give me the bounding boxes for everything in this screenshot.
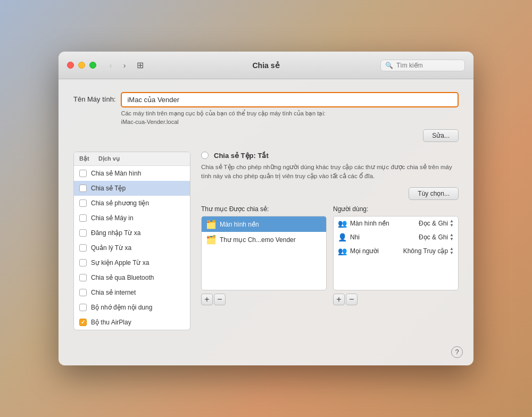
- checkbox-man-hinh[interactable]: [79, 170, 87, 177]
- maximize-button[interactable]: [89, 62, 96, 69]
- content-area: Tên Máy tính: Các máy tính trên mạng cục…: [59, 79, 473, 341]
- service-internet[interactable]: Chia sẻ internet: [74, 285, 190, 300]
- service-title: Chia sẻ Tệp: Tắt: [214, 152, 269, 160]
- checkbox-internet[interactable]: [79, 289, 87, 296]
- folders-list: 🗂️ Màn hình nền 🗂️ Thư mục Ch...emo Vend…: [201, 216, 327, 290]
- computer-name-label: Tên Máy tính:: [73, 95, 115, 103]
- service-description: Chia sẻ Tệp cho phép những người dùng kh…: [201, 163, 459, 181]
- user-add-button[interactable]: +: [333, 294, 345, 305]
- perm-stepper-1[interactable]: ▲▼: [450, 233, 454, 241]
- service-label-quan-ly: Quản lý Từ xa: [91, 244, 131, 252]
- service-dang-nhap[interactable]: Đăng nhập Từ xa: [74, 226, 190, 240]
- user-row-2[interactable]: 👥 Mọi người Không Truy cập ▲▼: [334, 244, 458, 258]
- user-perm-text-2: Không Truy cập: [403, 247, 448, 255]
- col-bat-header: Bật: [79, 155, 98, 162]
- service-quan-ly[interactable]: Quản lý Từ xa: [74, 240, 190, 255]
- checkbox-dang-nhap[interactable]: [79, 229, 87, 237]
- user-left-1: 👤 Nhi: [338, 233, 360, 241]
- service-label-bluetooth: Chia sẻ qua Bluetooth: [91, 274, 154, 281]
- folder-column: Thư mục Được chia sẻ: 🗂️ Màn hình nền 🗂️…: [201, 205, 327, 305]
- folder-icon-1: 🗂️: [206, 235, 217, 245]
- service-label-airplay: Bộ thu AirPlay: [91, 319, 131, 326]
- user-name-2: Mọi người: [350, 247, 379, 255]
- checkbox-airplay[interactable]: ✓: [79, 319, 87, 326]
- custom-button[interactable]: Tùy chọn...: [409, 187, 459, 200]
- main-section: Bật Dịch vụ Chia sẻ Màn hình Chia sẻ Tệp…: [73, 152, 459, 330]
- folder-item-0[interactable]: 🗂️ Màn hình nền: [202, 216, 326, 232]
- traffic-lights: [67, 62, 96, 69]
- checkbox-may-in[interactable]: [79, 214, 87, 222]
- user-row-0[interactable]: 👥 Màn hình nền Đọc & Ghi ▲▼: [334, 216, 458, 230]
- user-left-2: 👥 Mọi người: [338, 247, 379, 255]
- user-left-0: 👥 Màn hình nền: [338, 219, 389, 228]
- user-perm-text-1: Đọc & Ghi: [419, 233, 448, 241]
- checkmark-airplay: ✓: [81, 319, 85, 325]
- search-icon: 🔍: [385, 62, 393, 69]
- checkbox-tep[interactable]: [79, 185, 87, 192]
- checkbox-su-kien[interactable]: [79, 259, 87, 266]
- service-airplay[interactable]: ✓ Bộ thu AirPlay: [74, 315, 190, 330]
- computer-name-hint: Các máy tính trên mạng cục bộ của bạn có…: [121, 110, 459, 126]
- folders-users-section: Thư mục Được chia sẻ: 🗂️ Màn hình nền 🗂️…: [201, 205, 459, 305]
- service-su-kien[interactable]: Sự kiện Apple Từ xa: [74, 255, 190, 270]
- user-remove-button[interactable]: −: [346, 294, 358, 305]
- back-arrow[interactable]: ‹: [105, 60, 117, 71]
- user-perm-1: Đọc & Ghi ▲▼: [419, 233, 454, 241]
- grid-icon[interactable]: ⊞: [137, 60, 144, 70]
- perm-stepper-2[interactable]: ▲▼: [450, 247, 454, 255]
- bottom-bar: ?: [59, 341, 473, 365]
- search-input[interactable]: [396, 62, 460, 69]
- service-man-hinh[interactable]: Chia sẻ Màn hình: [74, 166, 190, 181]
- folder-item-1[interactable]: 🗂️ Thư mục Ch...emo Vender: [202, 232, 326, 247]
- folder-add-remove: + −: [201, 294, 327, 305]
- services-panel: Bật Dịch vụ Chia sẻ Màn hình Chia sẻ Tệp…: [73, 152, 190, 330]
- folder-icon-0: 🗂️: [206, 219, 217, 229]
- service-label-bo-nho: Bộ nhớ đệm nội dung: [91, 304, 152, 311]
- help-button[interactable]: ?: [451, 346, 463, 358]
- service-bo-nho[interactable]: Bộ nhớ đệm nội dung: [74, 300, 190, 315]
- computer-name-input[interactable]: [121, 92, 459, 107]
- service-label-man-hinh: Chia sẻ Màn hình: [91, 170, 141, 177]
- users-list: 👥 Màn hình nền Đọc & Ghi ▲▼ �: [333, 216, 459, 290]
- user-row-1[interactable]: 👤 Nhi Đọc & Ghi ▲▼: [334, 230, 458, 244]
- computer-name-section: Tên Máy tính: Các máy tính trên mạng cục…: [73, 92, 459, 142]
- search-box: 🔍: [380, 60, 465, 71]
- checkbox-bluetooth[interactable]: [79, 274, 87, 281]
- service-label-dang-nhap: Đăng nhập Từ xa: [91, 229, 141, 237]
- col-dichvu-header: Dịch vụ: [98, 155, 185, 162]
- checkbox-quan-ly[interactable]: [79, 244, 87, 252]
- user-icon-2: 👥: [338, 247, 347, 255]
- folder-name-0: Màn hình nền: [220, 221, 259, 228]
- perm-stepper-0[interactable]: ▲▼: [450, 219, 454, 228]
- window-title: Chia sẻ: [252, 61, 279, 70]
- users-column: Người dùng: 👥 Màn hình nền Đọc & Ghi ▲▼: [333, 205, 459, 305]
- folder-name-1: Thư mục Ch...emo Vender: [220, 236, 296, 244]
- user-perm-0: Đọc & Ghi ▲▼: [419, 219, 454, 228]
- service-label-phuong-tien: Chia sẻ phương tiện: [91, 199, 149, 207]
- minimize-button[interactable]: [78, 62, 85, 69]
- folder-remove-button[interactable]: −: [214, 294, 226, 305]
- right-panel: Chia sẻ Tệp: Tắt Chia sẻ Tệp cho phép nh…: [201, 152, 459, 330]
- user-icon-0: 👥: [338, 219, 347, 228]
- service-label-may-in: Chia sẻ Máy in: [91, 214, 134, 222]
- computer-name-right: Các máy tính trên mạng cục bộ của bạn có…: [121, 92, 459, 142]
- forward-arrow[interactable]: ›: [119, 60, 130, 71]
- nav-arrows: ‹ ›: [105, 60, 130, 71]
- hint-line2: iMac-cua-Vender.local: [121, 119, 178, 125]
- service-phuong-tien[interactable]: Chia sẻ phương tiện: [74, 196, 190, 211]
- service-label-tep: Chia sẻ Tệp: [91, 185, 126, 192]
- service-radio[interactable]: [201, 152, 209, 159]
- custom-btn-row: Tùy chọn...: [201, 187, 459, 200]
- checkbox-phuong-tien[interactable]: [79, 199, 87, 207]
- service-tep[interactable]: Chia sẻ Tệp: [74, 181, 190, 196]
- folder-add-button[interactable]: +: [201, 294, 213, 305]
- titlebar: ‹ › ⊞ Chia sẻ 🔍: [59, 52, 473, 79]
- checkbox-bo-nho[interactable]: [79, 304, 87, 311]
- user-icon-1: 👤: [338, 233, 347, 241]
- service-bluetooth[interactable]: Chia sẻ qua Bluetooth: [74, 270, 190, 285]
- edit-button[interactable]: Sửa...: [423, 129, 459, 142]
- close-button[interactable]: [67, 62, 74, 69]
- hint-line1: Các máy tính trên mạng cục bộ của bạn có…: [121, 110, 325, 116]
- service-label-su-kien: Sự kiện Apple Từ xa: [91, 259, 149, 266]
- service-may-in[interactable]: Chia sẻ Máy in: [74, 211, 190, 226]
